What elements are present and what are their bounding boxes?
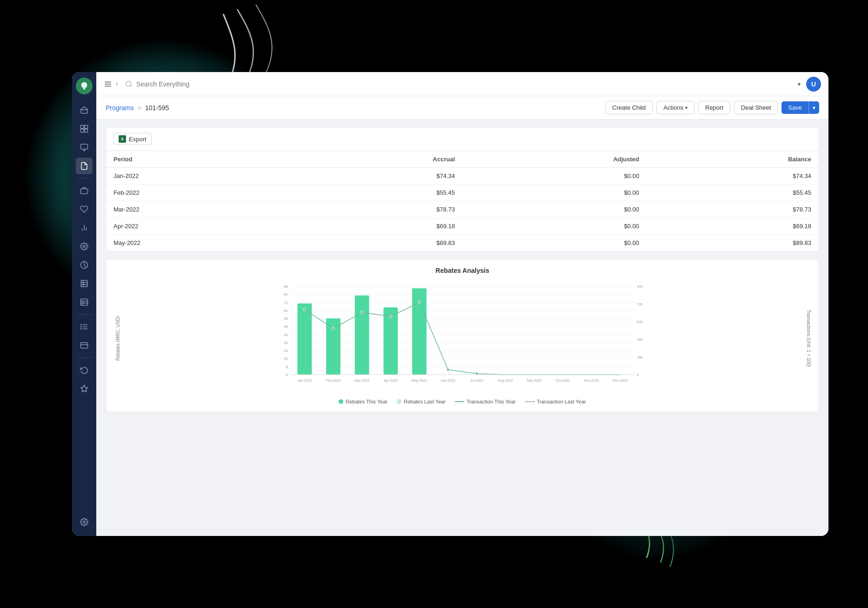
svg-text:Oct-2022: Oct-2022 — [555, 378, 570, 383]
svg-text:90k: 90k — [637, 284, 643, 289]
cell-balance: $78.73 — [647, 201, 819, 218]
svg-text:Feb-2022: Feb-2022 — [326, 378, 341, 383]
cell-balance: $55.45 — [647, 185, 819, 201]
topbar-chevron[interactable]: ▾ — [798, 81, 801, 87]
cell-balance: $74.34 — [647, 168, 819, 185]
sidebar-item-star[interactable] — [76, 380, 93, 397]
create-child-button[interactable]: Create Child — [605, 101, 653, 114]
svg-rect-18 — [81, 299, 88, 305]
chart-svg: 0816243240485664728088018k36k54k72k90kJa… — [120, 282, 804, 393]
sidebar-item-list[interactable] — [76, 318, 93, 335]
main-window: ▾ U Programs > 101-595 Create Child Acti… — [72, 72, 828, 536]
sidebar-item-reports[interactable] — [76, 219, 93, 236]
chart-container: Rebates (MRC, USD) 081624324048566472808… — [114, 282, 811, 395]
y-axis-right-label: Transactions (Unit: 1 = 100) — [804, 282, 811, 395]
legend-dot-rebates-this-year — [339, 399, 343, 404]
sidebar-item-analytics[interactable] — [76, 120, 93, 137]
app-logo[interactable] — [76, 78, 93, 94]
excel-icon: X — [119, 135, 126, 143]
svg-rect-0 — [81, 110, 87, 113]
svg-point-35 — [126, 81, 131, 86]
legend-line-tx-this-year — [455, 401, 464, 402]
cell-period: Mar-2022 — [106, 201, 295, 218]
svg-text:16: 16 — [284, 357, 288, 361]
legend-label-tx-last-year: Transaction Last Year — [537, 399, 586, 404]
sidebar-item-home[interactable] — [76, 102, 93, 119]
legend-rebates-last-year: Rebates Last Year — [397, 399, 446, 404]
cell-accrual: $74.34 — [295, 168, 462, 185]
cell-balance: $89.83 — [647, 235, 819, 251]
export-button[interactable]: X Export — [114, 133, 152, 145]
svg-rect-8 — [81, 189, 88, 194]
svg-point-74 — [361, 311, 363, 314]
cell-accrual: $78.73 — [295, 201, 462, 218]
save-button[interactable]: Save — [781, 101, 808, 114]
sidebar-item-card[interactable] — [76, 337, 93, 354]
col-balance: Balance — [647, 151, 819, 168]
svg-point-73 — [332, 327, 335, 330]
svg-point-26 — [81, 326, 82, 327]
sidebar-item-monitor[interactable] — [76, 139, 93, 156]
save-dropdown-button[interactable]: ▾ — [808, 101, 819, 114]
svg-rect-1 — [81, 126, 84, 129]
deal-sheet-button[interactable]: Deal Sheet — [734, 101, 778, 114]
svg-rect-4 — [85, 129, 88, 132]
main-area: ▾ U Programs > 101-595 Create Child Acti… — [96, 72, 828, 536]
svg-rect-3 — [81, 129, 84, 132]
cell-accrual: $69.18 — [295, 218, 462, 235]
breadcrumb-programs[interactable]: Programs — [106, 104, 134, 112]
export-label: Export — [129, 136, 147, 143]
sidebar-item-briefcase[interactable] — [76, 182, 93, 199]
cell-adjusted: $0.00 — [462, 185, 647, 201]
sidebar-item-config[interactable] — [76, 514, 93, 530]
svg-text:72k: 72k — [637, 302, 643, 306]
sidebar-item-history[interactable] — [76, 362, 93, 378]
svg-text:Jan-2022: Jan-2022 — [297, 378, 312, 383]
menu-icon[interactable] — [104, 80, 120, 88]
search-area — [125, 80, 792, 88]
cell-period: May-2022 — [106, 235, 295, 251]
legend-tx-this-year: Transaction This Year — [455, 399, 516, 404]
legend-dot-rebates-last-year — [397, 399, 401, 404]
actions-label: Actions — [663, 104, 683, 111]
svg-point-31 — [83, 521, 86, 523]
col-adjusted: Adjusted — [462, 151, 647, 168]
svg-text:40: 40 — [284, 333, 288, 337]
svg-text:Jun-2022: Jun-2022 — [441, 378, 455, 383]
cell-balance: $69.18 — [647, 218, 819, 235]
svg-text:Apr-2022: Apr-2022 — [383, 378, 398, 383]
svg-text:18k: 18k — [637, 355, 643, 359]
sidebar-item-chart[interactable] — [76, 257, 93, 273]
cell-accrual: $55.45 — [295, 185, 462, 201]
svg-point-75 — [389, 315, 392, 318]
save-group: Save ▾ — [781, 101, 819, 114]
sidebar-item-settings-gear[interactable] — [76, 238, 93, 255]
actions-button[interactable]: Actions ▾ — [656, 101, 694, 114]
table-header-row: Period Accrual Adjusted Balance — [106, 151, 819, 168]
page-content: X Export Period Accrual Adjusted Balance — [96, 119, 828, 420]
sidebar-item-documents[interactable] — [76, 158, 93, 174]
card-header: X Export — [106, 127, 819, 151]
table-row: Jan-2022 $74.34 $0.00 $74.34 — [106, 168, 819, 185]
table-body: Jan-2022 $74.34 $0.00 $74.34 Feb-2022 $5… — [106, 168, 819, 251]
svg-point-27 — [81, 329, 82, 330]
sub-header: Programs > 101-595 Create Child Actions … — [96, 96, 828, 119]
sidebar-divider-1 — [77, 178, 91, 178]
sidebar-item-handshake[interactable] — [76, 201, 93, 218]
table-row: Mar-2022 $78.73 $0.00 $78.73 — [106, 201, 819, 218]
search-input[interactable] — [136, 80, 792, 88]
chart-legend: Rebates This Year Rebates Last Year Tran… — [114, 399, 811, 404]
breadcrumb-separator: > — [138, 104, 141, 112]
sidebar-item-table[interactable] — [76, 294, 93, 311]
sidebar-item-building[interactable] — [76, 275, 93, 292]
svg-text:54k: 54k — [637, 320, 643, 324]
user-avatar[interactable]: U — [806, 77, 821, 92]
data-table: Period Accrual Adjusted Balance Jan-2022… — [106, 151, 819, 251]
sidebar-divider-3 — [77, 357, 91, 358]
svg-rect-2 — [85, 126, 88, 129]
y-axis-left-label: Rebates (MRC, USD) — [114, 282, 120, 395]
table-card: X Export Period Accrual Adjusted Balance — [106, 127, 819, 251]
svg-text:64: 64 — [284, 309, 288, 313]
svg-text:Mar-2022: Mar-2022 — [354, 378, 369, 383]
report-button[interactable]: Report — [698, 101, 730, 114]
